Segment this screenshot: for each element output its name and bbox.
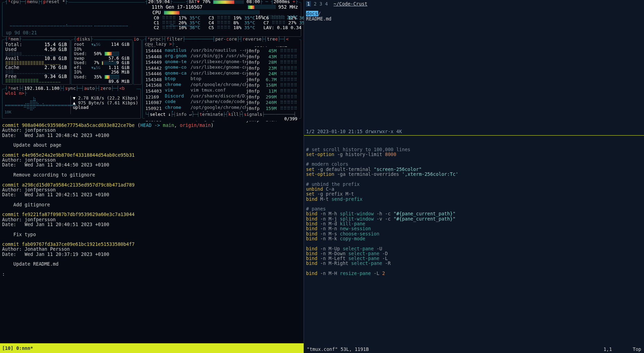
nnn-tab-4[interactable]: 4 bbox=[325, 1, 328, 7]
proc-row[interactable]: 154444nautilus/usr/bin/nautilus --gaj0nf… bbox=[145, 48, 299, 54]
net-graph: ⠀⠀⠀⠀⠀⠀⠀⠀⠀⣦⠀⠀⠀⠀⠀⠀⠀⠀⠀⠀⠀⠀⠀⣀⣀⣀⣀⣀⣀⣠⣤⣿⣿⣦⣀⣄⣀⣀⣀⣀… bbox=[5, 95, 70, 110]
vim-line: bind -n M-n new-session bbox=[306, 226, 642, 231]
cpu-box-title: ┤¹cpu├─┤menu├┤preset *├ bbox=[5, 0, 68, 4]
tmux-status-bar: [10] 0:nnn* bbox=[0, 343, 304, 353]
btop-pane[interactable]: ┤¹cpu├─┤menu├┤preset *├ ┤20:59:04├ ┤BAT▼… bbox=[0, 0, 304, 121]
vim-line bbox=[306, 241, 642, 246]
vim-line: bind -n M-Up select-pane -U bbox=[306, 246, 642, 251]
cpu-box: ┤¹cpu├─┤menu├┤preset *├ ┤20:59:04├ ┤BAT▼… bbox=[2, 2, 301, 37]
git-log-pane[interactable]: commit 908a0406c935986e77754ba5cacd033e8… bbox=[0, 121, 304, 343]
vim-status-scroll: Top bbox=[633, 347, 641, 352]
vim-line: set-option -ga terminal-overrides ',xter… bbox=[306, 172, 642, 176]
vim-line: # set scroll history to 100,000 lines bbox=[306, 147, 642, 152]
vim-line: bind -n M-H resize-pane -L 2 bbox=[306, 271, 642, 276]
proc-row[interactable]: 154442gnome-co/usr/libexec/gnome-conj0nf… bbox=[145, 65, 299, 71]
vim-pane[interactable]: # set scroll history to 100,000 linesset… bbox=[304, 135, 644, 353]
vim-line: # unbind the prefix bbox=[306, 182, 642, 187]
proc-row[interactable]: 141568chrome/opt/google/chrome/chrj0nfp1… bbox=[145, 82, 299, 88]
vim-line: set-option -g history-limit 8000 bbox=[306, 152, 642, 157]
proc-row[interactable]: 150921chrome/opt/google/chrome/chrj0nfp1… bbox=[145, 105, 299, 111]
vim-line: bind -n M-h split-window -h -c "#{pane_c… bbox=[306, 211, 642, 216]
net-scale-bot: 10K bbox=[5, 110, 70, 114]
proc-row[interactable]: 154448org.gnom/usr/bin/gjs /usr/sharj0nf… bbox=[145, 53, 299, 59]
vim-line: bind -n M-d kill-pane bbox=[306, 221, 642, 226]
proc-row[interactable]: 154446gnome-ca/usr/libexec/gnome-calj0nf… bbox=[145, 71, 299, 77]
vim-line: bind -n M-j split-window -v -c "#{pane_c… bbox=[306, 216, 642, 221]
vim-line bbox=[306, 266, 642, 271]
nnn-tabs: 1 2 3 4 ~/Code-Crust bbox=[306, 1, 642, 6]
battery-bar bbox=[213, 0, 244, 4]
vim-line: bind -n M-k copy-mode bbox=[306, 236, 642, 241]
vim-line: # modern colors bbox=[306, 162, 642, 166]
top-right-status: ┤BAT▼ 70% 08:00├ ─ ┤2000ms +├ bbox=[185, 0, 299, 4]
net-upload-label: upload bbox=[73, 105, 138, 110]
proc-row[interactable]: 154449gnome-te/usr/libexec/gnome-terj0nf… bbox=[145, 59, 299, 65]
vim-line: set -g prefix M-t bbox=[306, 191, 642, 196]
vim-line: bind M-t send-prefix bbox=[306, 197, 642, 201]
vim-status-file: "tmux.conf" 53L, 1191B bbox=[307, 347, 369, 352]
proc-row[interactable]: 154403vimvim tmux.confj0nfp11M⠿⠿⠿⠿⠿0.0 bbox=[145, 88, 299, 94]
tmux-status-text: [10] 0:nnn* bbox=[2, 346, 33, 351]
disks-box: ┤disks├ root▼▲5G114 GiBIO%Used: 50% 57.6… bbox=[71, 40, 133, 85]
proc-row[interactable]: 116987code/usr/share/code/code -j0nfp240… bbox=[145, 99, 299, 105]
vim-line: bind -n M-Down select-pane -D bbox=[306, 251, 642, 256]
nnn-pane[interactable]: 1 2 3 4 ~/Code-Crust docs/README.md 1/2 … bbox=[304, 0, 644, 135]
mem-box: ┤²mem├ Total:15.4 GiB Used4.50 GiB ⣿⣿⣿⣿⣿… bbox=[2, 40, 70, 85]
nnn-status: 1/2 2023-01-10 21:15 drwxrwxr-x 4K bbox=[306, 129, 402, 134]
io-box: io bbox=[133, 40, 142, 85]
vim-line: bind -n M-s choose-session bbox=[306, 231, 642, 236]
proc-footer: └┤select ↓├┤info ↵├─┤terminate├┤kill├┤si… bbox=[145, 112, 299, 121]
nnn-entry[interactable]: docs/ bbox=[306, 11, 642, 16]
vim-line: unbind C-a bbox=[306, 187, 642, 191]
nnn-entry[interactable]: README.md bbox=[306, 16, 642, 21]
vim-line bbox=[306, 176, 642, 181]
vim-line bbox=[306, 157, 642, 162]
nnn-tab-1[interactable]: 1 bbox=[306, 1, 311, 7]
nnn-tab-3[interactable]: 3 bbox=[320, 1, 322, 7]
vim-line: bind -n M-Right select-pane -R bbox=[306, 261, 642, 266]
nnn-tab-2[interactable]: 2 bbox=[314, 1, 316, 7]
cpu-model-row: 11th Gen i7-1165G7 952 MHz bbox=[152, 5, 298, 9]
net-box: ┤³net├┤192.168.1.100├┤sync├─┤auto├┤zero├… bbox=[2, 89, 141, 119]
proc-row[interactable]: 12169Discord/usr/share/discord/Disj0nfp2… bbox=[145, 94, 299, 100]
nnn-path: ~/Code-Crust bbox=[333, 1, 367, 7]
cpu-graph: ⠀⠀⠀⠀⠀⠀⠀⠀⠀⠀⠀⠀⠀⠀⠀⠀⠀⠀⠀⠀⠀⠀⠀⠀⠀⠀⠀⠀⠀⠀⠀⠀⠀⠀⠀⠀⠀⠀⣀⣀… bbox=[9, 16, 200, 26]
vim-line: set -g default-terminal "screen-256color… bbox=[306, 167, 642, 172]
proc-box[interactable]: ┤⁴proc├┤filter├──────────┤per-core├┤reve… bbox=[142, 40, 301, 119]
vim-line: bind -n M-Left select-pane -L bbox=[306, 256, 642, 261]
vim-line: # panes bbox=[306, 206, 642, 211]
vim-status-pos: 1,1 bbox=[603, 347, 612, 352]
uptime: up 9d 08:21 bbox=[6, 30, 37, 35]
clock: ┤20:59:04├ bbox=[145, 0, 173, 4]
proc-row[interactable]: 154348btopbtopj0nfp6.7M⠿⠿⠿⠿⠿0.1 bbox=[145, 76, 299, 82]
vim-line bbox=[306, 201, 642, 206]
